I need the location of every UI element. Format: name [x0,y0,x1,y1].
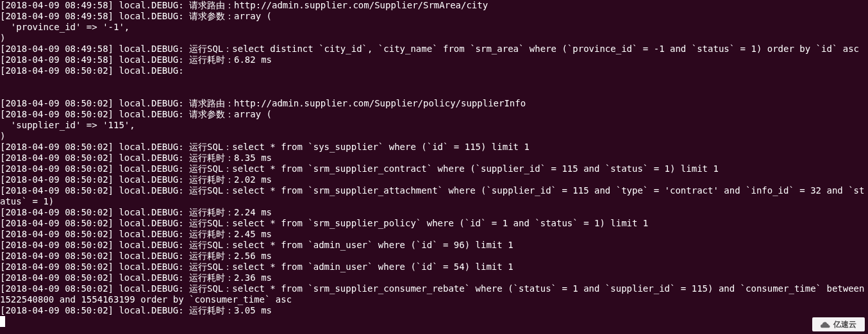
log-line: [2018-04-09 08:50:02] local.DEBUG: 运行耗时：… [0,305,272,315]
log-line: [2018-04-09 08:50:02] local.DEBUG: [0,65,184,76]
log-line: [2018-04-09 08:50:02] local.DEBUG: 运行耗时：… [0,229,272,239]
log-line: [2018-04-09 08:50:02] local.DEBUG: 运行SQL… [0,283,868,305]
log-line: ) [0,131,5,141]
log-line: [2018-04-09 08:50:02] local.DEBUG: 运行耗时：… [0,174,272,185]
terminal-pane[interactable]: [2018-04-09 08:49:58] local.DEBUG: 请求路由：… [0,0,868,334]
log-line: [2018-04-09 08:50:02] local.DEBUG: 运行耗时：… [0,153,272,163]
log-line: 'supplier_id' => '115', [0,120,135,130]
log-line: [2018-04-09 08:49:58] local.DEBUG: 运行耗时：… [0,54,272,65]
log-line: 'province_id' => '-1', [0,22,129,32]
log-line: [2018-04-09 08:49:58] local.DEBUG: 请求路由：… [0,0,488,10]
cloud-icon [821,321,831,328]
log-line: [2018-04-09 08:50:02] local.DEBUG: 请求参数：… [0,109,272,119]
log-line: [2018-04-09 08:50:02] local.DEBUG: 运行SQL… [0,163,719,174]
log-line: [2018-04-09 08:50:02] local.DEBUG: 运行SQL… [0,218,648,228]
log-line: ) [0,33,5,43]
terminal-cursor [0,316,5,327]
log-line: [2018-04-09 08:50:02] local.DEBUG: 运行耗时：… [0,207,272,217]
log-line: [2018-04-09 08:50:02] local.DEBUG: 运行耗时：… [0,272,272,283]
watermark-text: 亿速云 [833,319,856,330]
log-line: [2018-04-09 08:49:58] local.DEBUG: 运行SQL… [0,44,859,54]
watermark-badge: 亿速云 [812,317,865,331]
log-line: [2018-04-09 08:49:58] local.DEBUG: 请求参数：… [0,11,272,21]
log-line: [2018-04-09 08:50:02] local.DEBUG: 运行SQL… [0,185,864,206]
log-line: [2018-04-09 08:50:02] local.DEBUG: 运行SQL… [0,240,513,250]
log-line: [2018-04-09 08:50:02] local.DEBUG: 请求路由：… [0,98,526,108]
log-line: [2018-04-09 08:50:02] local.DEBUG: 运行耗时：… [0,251,272,261]
log-line: [2018-04-09 08:50:02] local.DEBUG: 运行SQL… [0,142,530,152]
log-line: [2018-04-09 08:50:02] local.DEBUG: 运行SQL… [0,262,513,272]
